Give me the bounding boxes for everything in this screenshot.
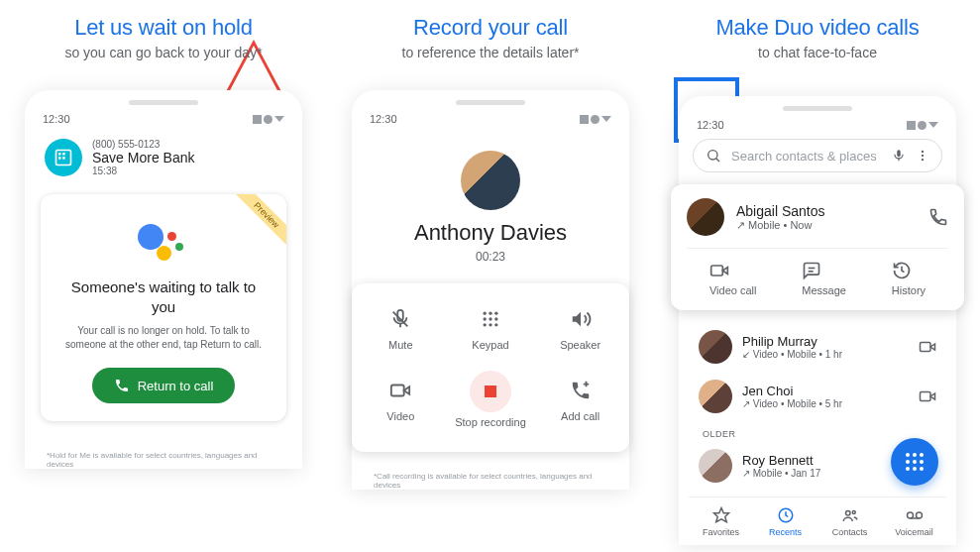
in-call-controls: Mute Keypad Speaker Video Stop recording… [352,283,629,452]
phone-mockup-1: 12:30 (800) 555-0123 Save More Bank 15:3… [25,90,302,469]
recent-item[interactable]: Jen Choi ↗ Video • Mobile • 5 hr [689,372,946,421]
return-button-label: Return to call [138,379,214,393]
svg-rect-1 [58,153,61,156]
video-icon [709,261,729,280]
contacts-icon [841,506,859,524]
caller-row: (800) 555-0123 Save More Bank 15:38 [35,131,292,184]
svg-point-36 [852,511,855,514]
return-to-call-button[interactable]: Return to call [92,368,236,403]
add-call-button[interactable]: Add call [535,365,625,442]
caller-hold-time: 15:38 [92,166,195,176]
subheading: so you can go back to your day* [64,45,262,60]
status-bar: 12:30 [362,111,619,131]
more-icon[interactable] [916,149,929,163]
status-bar: 12:30 [35,111,292,131]
subheading: to reference the details later* [402,45,580,60]
avatar [699,380,732,413]
panel-record-call: Record your call to reference the detail… [327,0,654,490]
speaker-icon [569,307,593,331]
keypad-button[interactable]: Keypad [446,293,536,365]
svg-point-23 [922,155,924,157]
caller-name: Anthony Davies [362,220,619,246]
search-icon [706,148,721,164]
recent-item[interactable]: Philip Murray ↙ Video • Mobile • 1 hr [689,322,946,372]
svg-point-10 [483,317,486,320]
svg-point-35 [845,511,850,516]
panel-duo-video: Make Duo video calls to chat face-to-fac… [654,0,980,545]
video-icon[interactable] [919,387,936,405]
contact-meta: ↗ Mobile • Now [736,219,917,232]
keypad-icon [479,307,502,331]
message-icon [802,261,821,280]
avatar [699,330,732,364]
svg-rect-4 [62,157,64,160]
svg-point-19 [708,151,717,160]
star-icon [712,506,730,524]
svg-marker-16 [572,312,580,327]
svg-rect-29 [921,343,931,352]
status-time: 12:30 [697,119,724,131]
heading: Make Duo video calls [715,15,919,41]
phone-speaker [783,106,852,111]
phone-speaker [129,100,198,105]
subheading: to chat face-to-face [758,45,877,60]
svg-point-38 [916,512,922,518]
contact-avatar [687,198,724,236]
svg-point-12 [494,317,497,320]
caller-phone-number: (800) 555-0123 [92,139,195,150]
mic-icon[interactable] [892,149,906,163]
svg-point-15 [494,323,497,326]
voicemail-icon [906,506,924,524]
phone-mockup-2: 12:30 Anthony Davies 00:23 Mute Keypad S… [352,90,629,490]
dialpad-fab[interactable] [891,438,938,486]
panel-hold-for-me: Let us wait on hold so you can go back t… [0,0,327,469]
svg-rect-3 [58,157,61,160]
svg-point-8 [489,312,491,315]
video-call-button[interactable]: Video call [709,261,757,296]
search-input[interactable]: Search contacts & places [693,139,942,172]
svg-point-14 [489,323,491,326]
nav-voicemail[interactable]: Voicemail [882,497,946,545]
svg-rect-31 [921,392,931,401]
caller-name: Save More Bank [92,150,195,166]
assistant-logo-icon [134,218,193,268]
video-icon[interactable] [919,338,936,356]
dialpad-icon [906,453,924,471]
nav-contacts[interactable]: Contacts [817,497,882,545]
video-button[interactable]: Video [356,365,446,442]
svg-point-11 [489,317,491,320]
nav-recents[interactable]: Recents [753,497,817,545]
mute-button[interactable]: Mute [356,293,446,365]
stop-icon [470,371,511,412]
svg-point-22 [922,151,924,153]
svg-point-9 [494,312,497,315]
heading: Record your call [413,15,568,41]
status-bar: 12:30 [689,117,946,137]
add-call-icon [569,379,593,402]
stop-recording-button[interactable]: Stop recording [446,365,536,442]
svg-point-13 [483,323,486,326]
speaker-button[interactable]: Speaker [535,293,625,365]
bank-icon [45,139,82,176]
nav-favorites[interactable]: Favorites [689,497,753,545]
history-button[interactable]: History [892,261,926,296]
message-button[interactable]: Message [802,261,846,296]
status-time: 12:30 [43,113,70,125]
svg-point-37 [907,512,913,518]
assistant-card: Preview Someone's waiting to talk to you… [41,194,286,421]
heading: Let us wait on hold [74,15,253,41]
card-body: Your call is no longer on hold. To talk … [58,324,269,352]
call-duration: 00:23 [362,250,619,264]
svg-marker-33 [713,508,728,522]
avatar [699,449,732,483]
card-title: Someone's waiting to talk to you [64,277,263,316]
footnote: *Call recording is available for select … [362,452,619,490]
svg-point-24 [922,159,924,161]
phone-icon [114,378,130,393]
status-time: 12:30 [370,113,397,125]
caller-avatar [461,151,520,210]
search-placeholder: Search contacts & places [731,149,882,164]
call-icon[interactable] [928,207,948,227]
contact-card: Abigail Santos ↗ Mobile • Now Video call… [671,184,964,310]
history-icon [892,261,912,280]
